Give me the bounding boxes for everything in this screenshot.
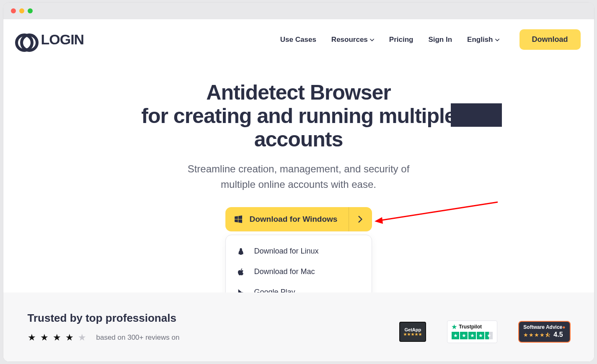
download-option-linux[interactable]: Download for Linux — [226, 241, 372, 261]
title-line: Antidetect Browser — [206, 81, 390, 104]
subtitle-line: multiple online accounts with ease. — [221, 179, 376, 190]
window-close-icon[interactable] — [11, 8, 16, 13]
button-label: Download for Windows — [250, 215, 349, 224]
star-icon: ★ — [485, 332, 493, 339]
window-minimize-icon[interactable] — [19, 8, 24, 13]
star-icon: ★ — [53, 332, 61, 343]
download-expand-button[interactable] — [349, 207, 372, 231]
chevron-down-icon — [370, 36, 374, 44]
logo[interactable]: LOGIN — [15, 31, 84, 48]
subtitle-line: Streamline creation, management, and sec… — [188, 163, 410, 174]
nav-label: English — [467, 36, 493, 44]
star-icon: ★ — [40, 332, 49, 343]
trustpilot-rating: ★ ★ ★ ★ ★ — [452, 332, 493, 339]
chevron-down-icon — [495, 36, 499, 44]
review-badges: GetApp ★★★★★ ★ Trustpilot ★ ★ ★ ★ ★ — [399, 320, 570, 343]
star-icon: ★ — [460, 332, 468, 339]
reviews-text: based on 300+ reviews on — [96, 333, 180, 342]
main-nav: LOGIN Use Cases Resources Pricing Sign I… — [3, 19, 594, 60]
badge-score: 4.5 — [553, 331, 563, 338]
trusted-section: Trusted by top professionals ★ ★ ★ ★ ★ b… — [3, 292, 594, 361]
page-content: LOGIN Use Cases Resources Pricing Sign I… — [3, 19, 594, 361]
trusted-heading: Trusted by top professionals — [28, 312, 180, 325]
stars-icon: ★★★★⯪ — [523, 332, 551, 338]
browser-window: LOGIN Use Cases Resources Pricing Sign I… — [3, 3, 594, 361]
nav-download-button[interactable]: Download — [519, 29, 581, 50]
stars: ★ ★ ★ ★ ★ — [28, 332, 86, 343]
title-line: for creating and running multiple — [141, 104, 455, 128]
nav-pricing[interactable]: Pricing — [389, 36, 414, 44]
option-label: Download for Linux — [254, 247, 319, 256]
download-option-mac[interactable]: Download for Mac — [226, 261, 372, 282]
nav-label: Resources — [331, 36, 368, 44]
badge-label: GetApp — [404, 327, 421, 332]
nav-sign-in[interactable]: Sign In — [428, 36, 452, 44]
badge-software-advice[interactable]: Software Advice● ★★★★⯪ 4.5 — [518, 321, 570, 343]
star-icon: ★ — [477, 332, 484, 339]
trusted-left: Trusted by top professionals ★ ★ ★ ★ ★ b… — [28, 312, 180, 343]
nav-use-cases[interactable]: Use Cases — [280, 36, 316, 44]
title-line: accounts — [254, 128, 343, 151]
badge-trustpilot[interactable]: ★ Trustpilot ★ ★ ★ ★ ★ — [447, 320, 497, 343]
star-icon: ★ — [28, 332, 36, 343]
window-maximize-icon[interactable] — [28, 8, 33, 13]
decorative-block — [451, 103, 502, 127]
nav-language[interactable]: English — [467, 36, 499, 44]
dot-icon: ● — [562, 324, 565, 330]
windows-icon — [235, 215, 242, 223]
trustpilot-star-icon: ★ — [452, 323, 457, 330]
badge-label: Software Advice — [523, 324, 562, 330]
download-primary-button[interactable]: Download for Windows — [225, 207, 372, 231]
nav-links: Use Cases Resources Pricing Sign In Engl… — [280, 29, 581, 50]
hero-subtitle: Streamline creation, management, and sec… — [20, 161, 577, 192]
linux-icon — [237, 247, 245, 256]
nav-resources[interactable]: Resources — [331, 36, 374, 44]
nav-label: Sign In — [428, 36, 452, 44]
nav-label: Pricing — [389, 36, 414, 44]
badge-getapp[interactable]: GetApp ★★★★★ — [399, 322, 426, 342]
star-icon: ★ — [65, 332, 74, 343]
nav-label: Use Cases — [280, 36, 316, 44]
stars-icon: ★★★★★ — [403, 332, 422, 336]
star-icon: ★ — [78, 332, 86, 343]
star-icon: ★ — [468, 332, 476, 339]
badge-label: Trustpilot — [459, 324, 482, 330]
logo-text: LOGIN — [41, 31, 84, 48]
star-icon: ★ — [452, 332, 459, 339]
button-label: Download — [532, 35, 568, 44]
window-titlebar — [3, 3, 594, 19]
apple-icon — [237, 268, 245, 276]
rating-row: ★ ★ ★ ★ ★ based on 300+ reviews on — [28, 332, 180, 343]
logo-mark-icon — [15, 33, 39, 46]
option-label: Download for Mac — [254, 267, 315, 276]
